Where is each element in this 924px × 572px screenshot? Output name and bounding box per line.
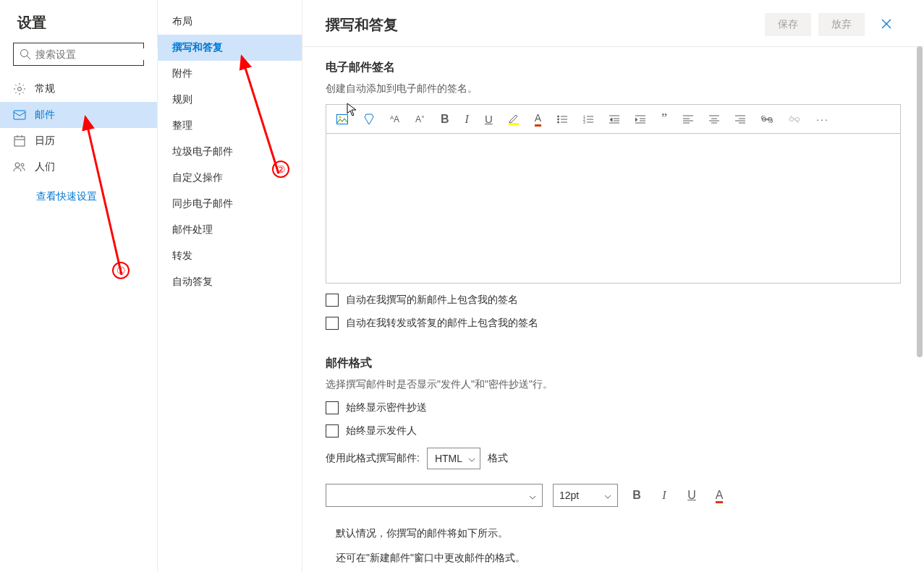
subnav-rules[interactable]: 规则 — [158, 87, 302, 113]
close-icon — [881, 19, 891, 29]
highlight-icon[interactable] — [509, 114, 519, 125]
subnav-compose-reply[interactable]: 撰写和答复 — [158, 35, 302, 61]
italic-button[interactable]: I — [656, 489, 673, 502]
svg-point-9 — [21, 163, 24, 166]
format-section-desc: 选择撰写邮件时是否显示"发件人"和"密件抄送"行。 — [326, 378, 901, 391]
font-size-icon[interactable]: A˅ — [415, 114, 425, 124]
discard-button[interactable]: 放弃 — [818, 13, 865, 36]
bullet-list-icon[interactable] — [557, 115, 567, 124]
image-icon[interactable] — [336, 114, 348, 124]
svg-line-52 — [790, 116, 799, 123]
svg-point-8 — [15, 163, 20, 167]
subnav-custom-actions[interactable]: 自定义操作 — [158, 165, 302, 191]
search-icon — [20, 48, 31, 60]
underline-button[interactable]: U — [683, 489, 700, 502]
scrollbar[interactable] — [917, 46, 923, 567]
chevron-down-icon — [468, 453, 475, 464]
svg-rect-12 — [337, 114, 348, 124]
compose-format-select[interactable]: HTML — [427, 448, 480, 469]
bold-icon[interactable]: B — [441, 113, 449, 126]
subnav-sync[interactable]: 同步电子邮件 — [158, 191, 302, 217]
svg-point-0 — [21, 50, 28, 57]
subnav-auto-reply[interactable]: 自动答复 — [158, 269, 302, 295]
signature-editor[interactable] — [326, 133, 901, 283]
size-value: 12pt — [559, 490, 579, 501]
include-signature-reply-label: 自动在我转发或答复的邮件上包含我的签名 — [346, 317, 538, 330]
default-font-select[interactable] — [326, 484, 543, 507]
link-icon[interactable] — [761, 116, 773, 123]
signature-toolbar: ᴬA A˅ B I U A 123 ” ··· — [326, 104, 901, 133]
search-settings-box[interactable] — [13, 43, 144, 66]
align-center-icon[interactable] — [709, 115, 719, 124]
page-title: 撰写和答复 — [326, 15, 758, 35]
nav-label: 邮件 — [35, 108, 55, 121]
svg-point-2 — [18, 87, 22, 91]
subnav-junk[interactable]: 垃圾电子邮件 — [158, 139, 302, 165]
people-icon — [13, 161, 26, 174]
indent-icon[interactable] — [635, 115, 645, 124]
close-button[interactable] — [872, 13, 901, 36]
svg-rect-4 — [14, 137, 25, 146]
subnav-attachments[interactable]: 附件 — [158, 61, 302, 87]
preview-line-2: 还可在"新建邮件"窗口中更改邮件的格式。 — [336, 546, 901, 571]
subnav-sweep[interactable]: 整理 — [158, 113, 302, 139]
format-section-title: 邮件格式 — [326, 356, 901, 371]
svg-line-1 — [27, 56, 31, 60]
compose-format-suffix: 格式 — [488, 452, 508, 465]
always-from-checkbox[interactable] — [326, 424, 339, 437]
nav-people[interactable]: 人们 — [0, 154, 157, 180]
search-input[interactable] — [35, 48, 162, 60]
subnav-message-handling[interactable]: 邮件处理 — [158, 217, 302, 243]
include-signature-new-checkbox[interactable] — [326, 294, 339, 307]
more-icon[interactable]: ··· — [816, 114, 829, 125]
number-list-icon[interactable]: 123 — [583, 115, 593, 124]
include-signature-reply-checkbox[interactable] — [326, 317, 339, 330]
include-signature-new-label: 自动在我撰写的新邮件上包含我的签名 — [346, 294, 518, 307]
nav-calendar[interactable]: 日历 — [0, 128, 157, 154]
always-bcc-label: 始终显示密件抄送 — [346, 401, 427, 414]
bold-button[interactable]: B — [628, 489, 645, 502]
nav-general[interactable]: 常规 — [0, 76, 157, 102]
svg-rect-14 — [509, 123, 519, 125]
svg-point-19 — [558, 121, 559, 123]
mail-settings-subnav: 布局 撰写和答复 附件 规则 整理 垃圾电子邮件 自定义操作 同步电子邮件 邮件… — [158, 0, 302, 572]
settings-sidebar: 设置 常规 邮件 日历 — [0, 0, 158, 572]
italic-icon[interactable]: I — [465, 113, 469, 126]
subnav-forwarding[interactable]: 转发 — [158, 243, 302, 269]
always-bcc-checkbox[interactable] — [326, 401, 339, 414]
nav-label: 人们 — [35, 161, 55, 174]
gear-icon — [13, 82, 26, 95]
preview-line-1: 默认情况，你撰写的邮件将如下所示。 — [336, 521, 901, 546]
format-painter-icon[interactable] — [364, 114, 374, 125]
save-button[interactable]: 保存 — [765, 13, 811, 36]
svg-point-13 — [339, 116, 342, 118]
mail-icon — [13, 108, 26, 121]
scrollbar-thumb[interactable] — [917, 46, 923, 357]
compose-format-label: 使用此格式撰写邮件: — [326, 452, 420, 465]
signature-section-title: 电子邮件签名 — [326, 60, 901, 75]
svg-point-17 — [558, 119, 559, 120]
align-left-icon[interactable] — [683, 115, 693, 124]
default-size-select[interactable]: 12pt — [553, 484, 618, 507]
nav-label: 日历 — [35, 135, 55, 148]
font-icon[interactable]: ᴬA — [390, 114, 399, 124]
chevron-down-icon — [529, 490, 536, 502]
subnav-layout[interactable]: 布局 — [158, 9, 302, 35]
svg-text:3: 3 — [583, 120, 585, 124]
underline-icon[interactable]: U — [485, 113, 493, 125]
svg-point-15 — [558, 116, 559, 117]
font-color-button[interactable]: A — [711, 489, 728, 502]
main-header: 撰写和答复 保存 放弃 — [302, 0, 924, 47]
sidebar-title: 设置 — [0, 0, 157, 43]
unlink-icon[interactable] — [789, 115, 800, 124]
quick-settings-link[interactable]: 查看快速设置 — [0, 180, 157, 203]
compose-format-value: HTML — [435, 453, 462, 464]
nav-mail[interactable]: 邮件 — [0, 102, 157, 128]
always-from-label: 始终显示发件人 — [346, 424, 417, 437]
align-right-icon[interactable] — [735, 115, 745, 124]
font-color-icon[interactable]: A — [535, 112, 541, 127]
calendar-icon — [13, 135, 26, 148]
signature-section-desc: 创建自动添加到电子邮件的签名。 — [326, 82, 901, 95]
outdent-icon[interactable] — [609, 115, 619, 124]
quote-icon[interactable]: ” — [661, 111, 667, 127]
